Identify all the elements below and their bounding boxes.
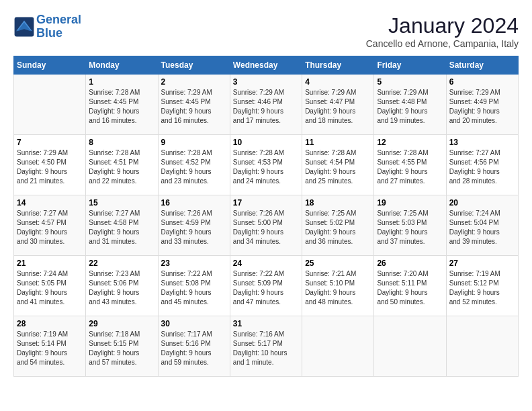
day-number: 21	[17, 259, 83, 268]
day-number: 2	[161, 77, 227, 87]
calendar-cell	[446, 316, 518, 377]
calendar-cell: 3Sunrise: 7:29 AM Sunset: 4:46 PM Daylig…	[230, 75, 302, 135]
calendar-cell: 14Sunrise: 7:27 AM Sunset: 4:57 PM Dayli…	[14, 195, 86, 256]
calendar-cell: 12Sunrise: 7:28 AM Sunset: 4:55 PM Dayli…	[374, 135, 446, 195]
day-info: Sunrise: 7:27 AM Sunset: 4:57 PM Dayligh…	[17, 209, 83, 246]
day-info: Sunrise: 7:28 AM Sunset: 4:54 PM Dayligh…	[305, 148, 371, 186]
day-info: Sunrise: 7:24 AM Sunset: 5:05 PM Dayligh…	[17, 269, 83, 307]
calendar-day-header: Thursday	[302, 56, 374, 75]
day-number: 25	[305, 259, 371, 268]
day-number: 9	[161, 138, 227, 147]
day-number: 10	[233, 138, 299, 147]
calendar-table: SundayMondayTuesdayWednesdayThursdayFrid…	[13, 56, 519, 377]
day-number: 27	[449, 259, 515, 268]
day-info: Sunrise: 7:29 AM Sunset: 4:47 PM Dayligh…	[305, 88, 371, 126]
calendar-cell: 7Sunrise: 7:29 AM Sunset: 4:50 PM Daylig…	[14, 135, 86, 195]
calendar-header-row: SundayMondayTuesdayWednesdayThursdayFrid…	[14, 56, 519, 75]
calendar-day-header: Friday	[374, 56, 446, 75]
calendar-cell: 30Sunrise: 7:17 AM Sunset: 5:16 PM Dayli…	[158, 316, 230, 377]
day-info: Sunrise: 7:28 AM Sunset: 4:55 PM Dayligh…	[377, 148, 443, 186]
day-number: 31	[233, 319, 299, 328]
calendar-body: 1Sunrise: 7:28 AM Sunset: 4:45 PM Daylig…	[14, 75, 519, 377]
calendar-cell: 24Sunrise: 7:22 AM Sunset: 5:09 PM Dayli…	[230, 256, 302, 316]
day-number: 5	[377, 77, 443, 87]
day-number: 1	[89, 77, 154, 87]
day-info: Sunrise: 7:20 AM Sunset: 5:11 PM Dayligh…	[377, 269, 443, 307]
calendar-cell: 17Sunrise: 7:26 AM Sunset: 5:00 PM Dayli…	[230, 195, 302, 256]
calendar-cell: 4Sunrise: 7:29 AM Sunset: 4:47 PM Daylig…	[302, 75, 374, 135]
day-number: 23	[161, 259, 227, 268]
day-number: 24	[233, 259, 299, 268]
day-info: Sunrise: 7:29 AM Sunset: 4:48 PM Dayligh…	[377, 88, 443, 126]
calendar-cell: 20Sunrise: 7:24 AM Sunset: 5:04 PM Dayli…	[446, 195, 518, 256]
day-info: Sunrise: 7:26 AM Sunset: 4:59 PM Dayligh…	[161, 209, 227, 246]
day-info: Sunrise: 7:27 AM Sunset: 4:58 PM Dayligh…	[89, 209, 154, 246]
logo-blue: Blue	[36, 26, 62, 40]
day-info: Sunrise: 7:19 AM Sunset: 5:12 PM Dayligh…	[449, 269, 515, 307]
day-number: 28	[17, 319, 83, 328]
day-info: Sunrise: 7:28 AM Sunset: 4:51 PM Dayligh…	[89, 148, 154, 186]
calendar-cell: 27Sunrise: 7:19 AM Sunset: 5:12 PM Dayli…	[446, 256, 518, 316]
day-info: Sunrise: 7:28 AM Sunset: 4:53 PM Dayligh…	[233, 148, 299, 186]
calendar-cell: 1Sunrise: 7:28 AM Sunset: 4:45 PM Daylig…	[86, 75, 158, 135]
day-number: 26	[377, 259, 443, 268]
day-number: 16	[161, 198, 227, 208]
calendar-week-row: 28Sunrise: 7:19 AM Sunset: 5:14 PM Dayli…	[14, 316, 519, 377]
calendar-day-header: Tuesday	[158, 56, 230, 75]
calendar-cell: 13Sunrise: 7:27 AM Sunset: 4:56 PM Dayli…	[446, 135, 518, 195]
calendar-cell: 23Sunrise: 7:22 AM Sunset: 5:08 PM Dayli…	[158, 256, 230, 316]
calendar-day-header: Wednesday	[230, 56, 302, 75]
day-info: Sunrise: 7:21 AM Sunset: 5:10 PM Dayligh…	[305, 269, 371, 307]
calendar-cell: 26Sunrise: 7:20 AM Sunset: 5:11 PM Dayli…	[374, 256, 446, 316]
day-info: Sunrise: 7:18 AM Sunset: 5:15 PM Dayligh…	[89, 330, 154, 367]
day-info: Sunrise: 7:22 AM Sunset: 5:09 PM Dayligh…	[233, 269, 299, 307]
day-info: Sunrise: 7:29 AM Sunset: 4:49 PM Dayligh…	[449, 88, 515, 126]
month-title: January 2024	[366, 13, 519, 38]
day-number: 3	[233, 77, 299, 87]
calendar-cell: 22Sunrise: 7:23 AM Sunset: 5:06 PM Dayli…	[86, 256, 158, 316]
day-info: Sunrise: 7:28 AM Sunset: 4:45 PM Dayligh…	[89, 88, 154, 126]
day-number: 19	[377, 198, 443, 208]
day-info: Sunrise: 7:25 AM Sunset: 5:02 PM Dayligh…	[305, 209, 371, 246]
calendar-day-header: Monday	[86, 56, 158, 75]
day-number: 15	[89, 198, 154, 208]
day-info: Sunrise: 7:17 AM Sunset: 5:16 PM Dayligh…	[161, 330, 227, 367]
calendar-cell: 10Sunrise: 7:28 AM Sunset: 4:53 PM Dayli…	[230, 135, 302, 195]
logo-icon	[13, 16, 35, 38]
day-info: Sunrise: 7:23 AM Sunset: 5:06 PM Dayligh…	[89, 269, 154, 307]
calendar-cell: 6Sunrise: 7:29 AM Sunset: 4:49 PM Daylig…	[446, 75, 518, 135]
calendar-cell	[14, 75, 86, 135]
logo-text: General Blue	[36, 13, 81, 40]
day-number: 13	[449, 138, 515, 147]
calendar-cell: 9Sunrise: 7:28 AM Sunset: 4:52 PM Daylig…	[158, 135, 230, 195]
day-number: 12	[377, 138, 443, 147]
day-info: Sunrise: 7:22 AM Sunset: 5:08 PM Dayligh…	[161, 269, 227, 307]
day-number: 11	[305, 138, 371, 147]
day-number: 4	[305, 77, 371, 87]
day-info: Sunrise: 7:29 AM Sunset: 4:50 PM Dayligh…	[17, 148, 83, 186]
calendar-cell: 28Sunrise: 7:19 AM Sunset: 5:14 PM Dayli…	[14, 316, 86, 377]
day-number: 29	[89, 319, 154, 328]
day-number: 7	[17, 138, 83, 147]
day-info: Sunrise: 7:25 AM Sunset: 5:03 PM Dayligh…	[377, 209, 443, 246]
calendar-day-header: Sunday	[14, 56, 86, 75]
calendar-day-header: Saturday	[446, 56, 518, 75]
day-info: Sunrise: 7:26 AM Sunset: 5:00 PM Dayligh…	[233, 209, 299, 246]
day-number: 6	[449, 77, 515, 87]
logo: General Blue	[13, 13, 81, 40]
calendar-cell: 15Sunrise: 7:27 AM Sunset: 4:58 PM Dayli…	[86, 195, 158, 256]
calendar-cell	[374, 316, 446, 377]
calendar-week-row: 21Sunrise: 7:24 AM Sunset: 5:05 PM Dayli…	[14, 256, 519, 316]
calendar-cell: 8Sunrise: 7:28 AM Sunset: 4:51 PM Daylig…	[86, 135, 158, 195]
title-block: January 2024 Cancello ed Arnone, Campani…	[366, 13, 519, 49]
calendar-cell: 31Sunrise: 7:16 AM Sunset: 5:17 PM Dayli…	[230, 316, 302, 377]
calendar-cell: 21Sunrise: 7:24 AM Sunset: 5:05 PM Dayli…	[14, 256, 86, 316]
day-number: 14	[17, 198, 83, 208]
day-number: 8	[89, 138, 154, 147]
day-info: Sunrise: 7:19 AM Sunset: 5:14 PM Dayligh…	[17, 330, 83, 367]
calendar-week-row: 14Sunrise: 7:27 AM Sunset: 4:57 PM Dayli…	[14, 195, 519, 256]
day-info: Sunrise: 7:28 AM Sunset: 4:52 PM Dayligh…	[161, 148, 227, 186]
calendar-cell: 5Sunrise: 7:29 AM Sunset: 4:48 PM Daylig…	[374, 75, 446, 135]
day-number: 18	[305, 198, 371, 208]
calendar-week-row: 1Sunrise: 7:28 AM Sunset: 4:45 PM Daylig…	[14, 75, 519, 135]
